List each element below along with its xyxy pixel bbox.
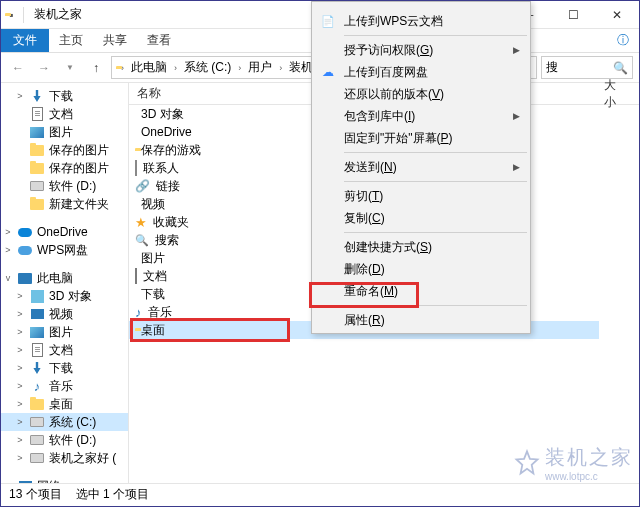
maximize-button[interactable]: ☐ — [551, 1, 595, 29]
ctx-item[interactable]: 复制(C) — [314, 207, 528, 229]
nav-item[interactable]: >下载 — [1, 87, 128, 105]
nav-item[interactable]: 图片 — [1, 123, 128, 141]
status-count: 13 个项目 — [9, 486, 62, 503]
file-tab[interactable]: 文件 — [1, 29, 49, 52]
nav-item[interactable]: >软件 (D:) — [1, 431, 128, 449]
status-bar: 13 个项目 选中 1 个项目 — [1, 483, 639, 505]
close-button[interactable]: ✕ — [595, 1, 639, 29]
nav-item[interactable]: 新建文件夹 — [1, 195, 128, 213]
search-icon: 🔍 — [613, 61, 628, 75]
up-button[interactable]: ↑ — [85, 57, 107, 79]
ctx-item[interactable]: 固定到"开始"屏幕(P) — [314, 127, 528, 149]
search-input[interactable]: 搜 🔍 — [541, 56, 633, 79]
nav-item[interactable]: >WPS网盘 — [1, 241, 128, 259]
nav-item[interactable]: >下载 — [1, 359, 128, 377]
nav-item[interactable]: 文档 — [1, 105, 128, 123]
ctx-item[interactable]: 重命名(M) — [314, 280, 528, 302]
ribbon-tab-home[interactable]: 主页 — [49, 29, 93, 52]
ctx-item[interactable]: 还原以前的版本(V) — [314, 83, 528, 105]
ctx-item[interactable]: 发送到(N)▶ — [314, 156, 528, 178]
status-selected: 选中 1 个项目 — [76, 486, 149, 503]
window-title: 装机之家 — [34, 6, 82, 23]
nav-item[interactable]: >♪音乐 — [1, 377, 128, 395]
nav-item[interactable]: >视频 — [1, 305, 128, 323]
ctx-item[interactable]: 📄上传到WPS云文档 — [314, 10, 528, 32]
recent-button[interactable]: ▼ — [59, 57, 81, 79]
nav-item[interactable]: >桌面 — [1, 395, 128, 413]
nav-item[interactable]: >3D 对象 — [1, 287, 128, 305]
nav-tree[interactable]: >下载文档图片保存的图片保存的图片软件 (D:)新建文件夹>OneDrive>W… — [1, 83, 129, 483]
ctx-item[interactable]: 删除(D) — [314, 258, 528, 280]
nav-item[interactable]: >系统 (C:) — [1, 413, 128, 431]
ctx-item[interactable]: ☁上传到百度网盘 — [314, 61, 528, 83]
ctx-item[interactable]: 剪切(T) — [314, 185, 528, 207]
crumb-c[interactable]: 系统 (C:) — [181, 58, 234, 77]
nav-item[interactable]: >图片 — [1, 323, 128, 341]
col-name[interactable]: 名称 — [129, 83, 304, 104]
ribbon-help[interactable]: ⓘ — [607, 29, 639, 52]
nav-item[interactable]: 保存的图片 — [1, 159, 128, 177]
ctx-item[interactable]: 属性(R) — [314, 309, 528, 331]
crumb-pc[interactable]: 此电脑 — [128, 58, 170, 77]
nav-item[interactable]: >网络 — [1, 477, 128, 483]
nav-item[interactable]: 软件 (D:) — [1, 177, 128, 195]
nav-item[interactable]: >文档 — [1, 341, 128, 359]
ctx-item[interactable]: 创建快捷方式(S) — [314, 236, 528, 258]
nav-item[interactable]: >装机之家好 ( — [1, 449, 128, 467]
nav-item[interactable]: 保存的图片 — [1, 141, 128, 159]
forward-button[interactable]: → — [33, 57, 55, 79]
nav-item[interactable]: v此电脑 — [1, 269, 128, 287]
ctx-item[interactable]: 授予访问权限(G)▶ — [314, 39, 528, 61]
ribbon-tab-share[interactable]: 共享 — [93, 29, 137, 52]
nav-item[interactable]: >OneDrive — [1, 223, 128, 241]
crumb-users[interactable]: 用户 — [245, 58, 275, 77]
ctx-item[interactable]: 包含到库中(I)▶ — [314, 105, 528, 127]
context-menu: 📄上传到WPS云文档授予访问权限(G)▶☁上传到百度网盘还原以前的版本(V)包含… — [311, 1, 531, 334]
back-button[interactable]: ← — [7, 57, 29, 79]
ribbon-tab-view[interactable]: 查看 — [137, 29, 181, 52]
